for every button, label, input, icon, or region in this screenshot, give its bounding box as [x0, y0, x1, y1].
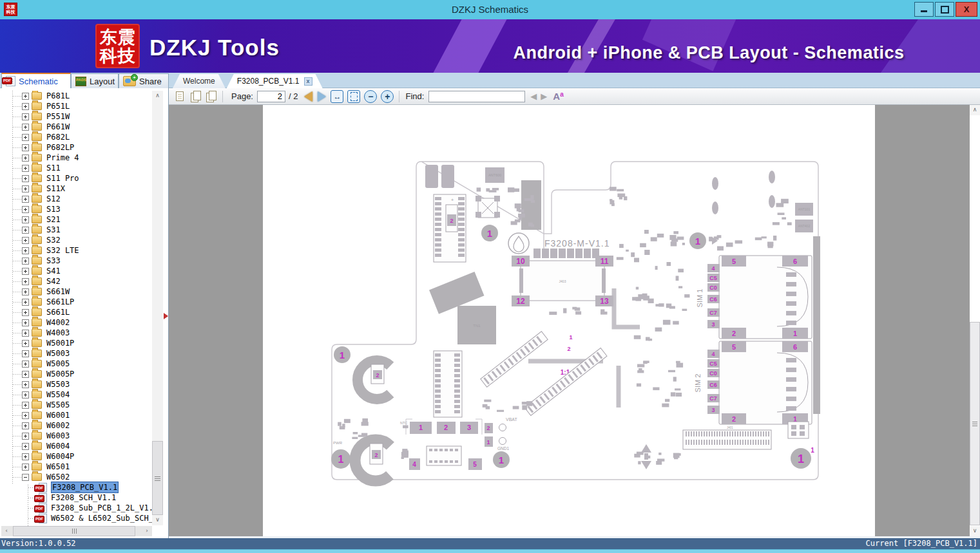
- tree-folder-row[interactable]: S42: [0, 276, 152, 286]
- expand-plus-icon[interactable]: [22, 93, 29, 100]
- expand-plus-icon[interactable]: [22, 113, 29, 120]
- tree-folder-row[interactable]: W5504: [0, 389, 152, 400]
- tree-folder-row[interactable]: P661W: [0, 122, 152, 132]
- tree-vertical-scrollbar[interactable]: ∧ ∨: [152, 91, 163, 525]
- tree-folder-row[interactable]: W6004: [0, 441, 152, 451]
- tree-file-row[interactable]: PDF W6502 & L6502_Sub_SCH_V1.: [0, 513, 152, 523]
- tab-layout[interactable]: PADS Layout: [71, 73, 119, 88]
- tree-folder-row[interactable]: W6001: [0, 410, 152, 420]
- tree-folder-row-expanded[interactable]: W6502: [0, 472, 152, 482]
- tree-folder-row[interactable]: S32: [0, 235, 152, 245]
- scroll-up-icon[interactable]: ∧: [152, 91, 163, 101]
- maximize-button[interactable]: [935, 2, 954, 17]
- expand-plus-icon[interactable]: [22, 330, 29, 337]
- expand-plus-icon[interactable]: [22, 124, 29, 131]
- tree-folder-row[interactable]: S11: [0, 163, 152, 173]
- tree-folder-row[interactable]: W6002: [0, 420, 152, 431]
- next-page-copy-icon[interactable]: [206, 91, 217, 102]
- page-number-input[interactable]: [257, 91, 285, 102]
- tree-folder-row[interactable]: W4003: [0, 328, 152, 338]
- tree-file-row[interactable]: PDF F3208_PCB_V1.1: [0, 482, 152, 492]
- previous-page-icon[interactable]: [304, 91, 312, 102]
- new-page-icon[interactable]: [175, 91, 186, 102]
- tree-folder-row[interactable]: W6003: [0, 431, 152, 441]
- tree-folder-row[interactable]: S12: [0, 194, 152, 204]
- tree-folder-row[interactable]: W5505: [0, 400, 152, 410]
- expand-plus-icon[interactable]: [22, 453, 29, 460]
- expand-plus-icon[interactable]: [22, 268, 29, 275]
- tree-folder-row[interactable]: S41: [0, 266, 152, 276]
- expand-plus-icon[interactable]: [22, 144, 29, 151]
- tree-folder-row[interactable]: P551W: [0, 111, 152, 122]
- tree-file-row[interactable]: PDF F3208_Sub_PCB_1_2L_V1.0: [0, 503, 152, 513]
- tree-folder-row[interactable]: P682L: [0, 132, 152, 142]
- expand-plus-icon[interactable]: [22, 433, 29, 440]
- tree-folder-row[interactable]: P682LP: [0, 142, 152, 153]
- next-page-icon[interactable]: [318, 91, 326, 102]
- fit-page-button[interactable]: [347, 90, 360, 103]
- expand-plus-icon[interactable]: [22, 350, 29, 357]
- tree-folder-row[interactable]: W6004P: [0, 451, 152, 462]
- expand-plus-icon[interactable]: [22, 299, 29, 306]
- expand-plus-icon[interactable]: [22, 443, 29, 450]
- tree-folder-row[interactable]: S13: [0, 204, 152, 214]
- expand-plus-icon[interactable]: [22, 216, 29, 223]
- tree-file-selected[interactable]: F3208_PCB_V1.1: [51, 482, 119, 493]
- expand-plus-icon[interactable]: [22, 464, 29, 471]
- tree-folder-row[interactable]: W5003: [0, 348, 152, 359]
- tab-welcome[interactable]: Welcome: [173, 74, 226, 88]
- tree-folder-row[interactable]: W5005: [0, 359, 152, 369]
- tab-document[interactable]: F3208_PCB_V1.1 x: [227, 74, 323, 88]
- scrollbar-thumb[interactable]: [13, 526, 135, 536]
- expand-plus-icon[interactable]: [22, 381, 29, 388]
- expand-plus-icon[interactable]: [22, 309, 29, 316]
- expand-plus-icon[interactable]: [22, 227, 29, 234]
- expand-plus-icon[interactable]: [22, 288, 29, 295]
- expand-plus-icon[interactable]: [22, 206, 29, 213]
- tree-folder-row[interactable]: W5001P: [0, 338, 152, 348]
- tree-folder-row[interactable]: S21: [0, 214, 152, 225]
- prev-page-copy-icon[interactable]: [190, 91, 202, 102]
- find-input[interactable]: [428, 91, 525, 102]
- tree-folder-row[interactable]: P681L: [0, 91, 152, 101]
- match-case-icon[interactable]: Aa: [553, 91, 563, 102]
- expand-plus-icon[interactable]: [22, 165, 29, 172]
- tree-folder-row[interactable]: S661W: [0, 286, 152, 297]
- scroll-down-icon[interactable]: ∨: [970, 526, 980, 536]
- panel-collapse-arrow[interactable]: [164, 313, 168, 319]
- expand-plus-icon[interactable]: [22, 196, 29, 203]
- tree-folder-row[interactable]: W6501: [0, 462, 152, 472]
- close-button[interactable]: X: [956, 2, 977, 17]
- expand-plus-icon[interactable]: [22, 361, 29, 368]
- expand-plus-icon[interactable]: [22, 278, 29, 285]
- pdf-viewer[interactable]: ANT600 + 2: [169, 105, 970, 536]
- scrollbar-thumb[interactable]: [970, 322, 980, 525]
- expand-plus-icon[interactable]: [22, 247, 29, 254]
- find-previous-icon[interactable]: ◀: [530, 91, 537, 101]
- expand-plus-icon[interactable]: [22, 258, 29, 265]
- expand-plus-icon[interactable]: [22, 175, 29, 182]
- tab-schematic[interactable]: PDF Schematic: [1, 73, 71, 88]
- expand-plus-icon[interactable]: [22, 103, 29, 110]
- expand-plus-icon[interactable]: [22, 391, 29, 398]
- tree-folder-row[interactable]: S33: [0, 256, 152, 266]
- pdf-vertical-scrollbar[interactable]: ∧ ∨: [970, 105, 980, 536]
- expand-plus-icon[interactable]: [22, 237, 29, 244]
- tab-share[interactable]: + Share: [119, 73, 169, 88]
- tree-horizontal-scrollbar[interactable]: ‹ ›: [1, 526, 152, 536]
- fit-width-button[interactable]: ↔: [331, 90, 343, 103]
- tree-folder-row[interactable]: S11 Pro: [0, 173, 152, 183]
- tree-folder-row[interactable]: Prime 4: [0, 153, 152, 163]
- scroll-right-icon[interactable]: ›: [142, 526, 152, 536]
- close-tab-icon[interactable]: x: [304, 77, 312, 86]
- expand-plus-icon[interactable]: [22, 319, 29, 326]
- tree-folder-row[interactable]: S31: [0, 225, 152, 235]
- scroll-up-icon[interactable]: ∧: [970, 105, 980, 115]
- scrollbar-thumb[interactable]: [152, 441, 163, 515]
- tree-folder-row[interactable]: S11X: [0, 183, 152, 194]
- tree-folder-row[interactable]: P651L: [0, 101, 152, 111]
- expand-plus-icon[interactable]: [22, 340, 29, 347]
- collapse-minus-icon[interactable]: [22, 474, 29, 481]
- tree-folder-row[interactable]: W5005P: [0, 369, 152, 379]
- expand-plus-icon[interactable]: [22, 185, 29, 192]
